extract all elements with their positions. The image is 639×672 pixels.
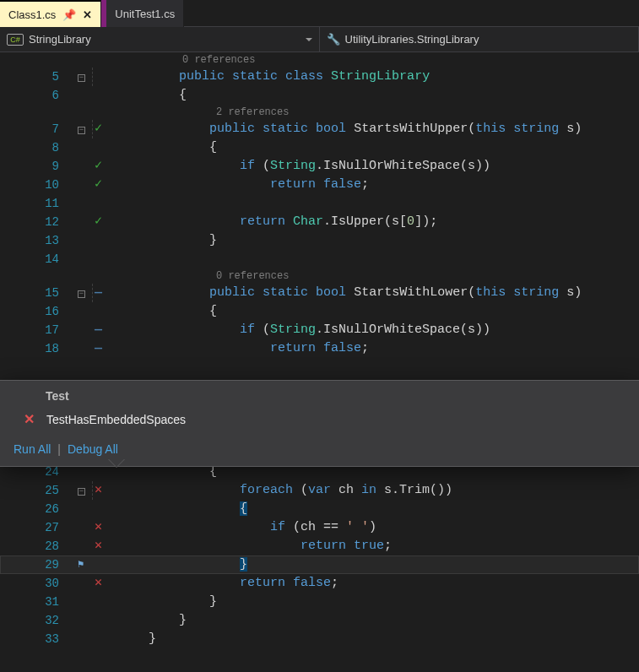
line-number: 16: [0, 302, 78, 321]
tab-class1[interactable]: Class1.cs 📌 ✕: [0, 0, 101, 27]
line-number: 15: [0, 284, 78, 302]
codelens-references[interactable]: 0 references: [0, 52, 639, 68]
test-fail-icon: ✕: [93, 574, 118, 593]
line-number: 28: [0, 537, 78, 555]
tab-label: Class1.cs: [8, 8, 56, 21]
line-number: 32: [0, 611, 78, 630]
scope-label: UtilityLibraries.StringLibrary: [345, 33, 479, 46]
line-number: 18: [0, 339, 78, 358]
close-icon[interactable]: ✕: [83, 8, 92, 21]
code-editor[interactable]: 0 references 5− public static class Stri…: [0, 52, 639, 648]
line-number: 10: [0, 176, 78, 194]
fail-icon: ✕: [24, 411, 35, 427]
scope-label: StringLibrary: [29, 33, 91, 46]
line-number: 33: [0, 630, 78, 648]
run-all-link[interactable]: Run All: [14, 442, 51, 456]
test-pass-icon: ✓: [93, 176, 118, 194]
line-number: 12: [0, 213, 78, 231]
codelens-references[interactable]: 0 references: [0, 268, 639, 284]
test-none-icon: —: [93, 284, 118, 302]
scope-dropdown-right[interactable]: 🔧 UtilityLibraries.StringLibrary: [320, 27, 640, 51]
line-number: 30: [0, 574, 78, 593]
test-fail-icon: ✕: [93, 481, 118, 500]
line-number: 17: [0, 321, 78, 339]
bookmark-flag-icon[interactable]: ⚑: [78, 555, 84, 574]
debug-all-link[interactable]: Debug All: [68, 442, 118, 456]
csharp-badge-icon: C#: [7, 34, 24, 46]
line-number: 14: [0, 250, 78, 268]
test-name: TestHasEmbeddedSpaces: [46, 413, 186, 426]
tab-bar: Class1.cs 📌 ✕ UnitTest1.cs: [0, 0, 639, 27]
fold-toggle-icon[interactable]: −: [78, 488, 85, 496]
fold-toggle-icon[interactable]: −: [78, 290, 85, 298]
popup-pointer-icon: [108, 458, 125, 475]
test-pass-icon: ✓: [93, 120, 118, 138]
line-number: 29: [0, 555, 78, 574]
fold-toggle-icon[interactable]: −: [78, 74, 85, 82]
test-fail-icon: ✕: [93, 537, 118, 555]
line-number: 31: [0, 593, 78, 611]
test-none-icon: —: [93, 321, 118, 339]
test-pass-icon: ✓: [93, 213, 118, 231]
test-fail-icon: ✕: [93, 518, 118, 537]
test-pass-icon: ✓: [93, 157, 118, 176]
brace-highlight: }: [240, 557, 247, 572]
line-number: 5: [0, 68, 78, 86]
navigation-bar: C# StringLibrary 🔧 UtilityLibraries.Stri…: [0, 27, 639, 52]
codelens-references[interactable]: 2 references: [0, 105, 639, 120]
line-number: 13: [0, 231, 78, 250]
brace-highlight: {: [240, 501, 247, 516]
line-number: 27: [0, 518, 78, 537]
class-icon: 🔧: [327, 33, 340, 46]
fold-toggle-icon[interactable]: −: [78, 127, 85, 134]
line-number: 7: [0, 120, 78, 138]
tab-label: UnitTest1.cs: [115, 8, 175, 20]
failed-test-row[interactable]: ✕ TestHasEmbeddedSpaces: [0, 408, 639, 436]
line-number: 11: [0, 194, 78, 213]
scope-dropdown-left[interactable]: C# StringLibrary: [0, 27, 320, 51]
line-number: 25: [0, 481, 78, 500]
tab-unittest[interactable]: UnitTest1.cs: [106, 0, 184, 27]
pin-icon[interactable]: 📌: [62, 8, 76, 21]
chevron-down-icon: [306, 38, 312, 45]
separator: |: [57, 442, 61, 456]
popup-header: Test: [0, 381, 639, 408]
test-none-icon: —: [93, 339, 118, 358]
line-number: 9: [0, 157, 78, 176]
line-number: 26: [0, 500, 78, 518]
line-number: 6: [0, 86, 78, 105]
test-results-popup: Test ✕ TestHasEmbeddedSpaces Run All | D…: [0, 380, 639, 467]
line-number: 8: [0, 138, 78, 157]
